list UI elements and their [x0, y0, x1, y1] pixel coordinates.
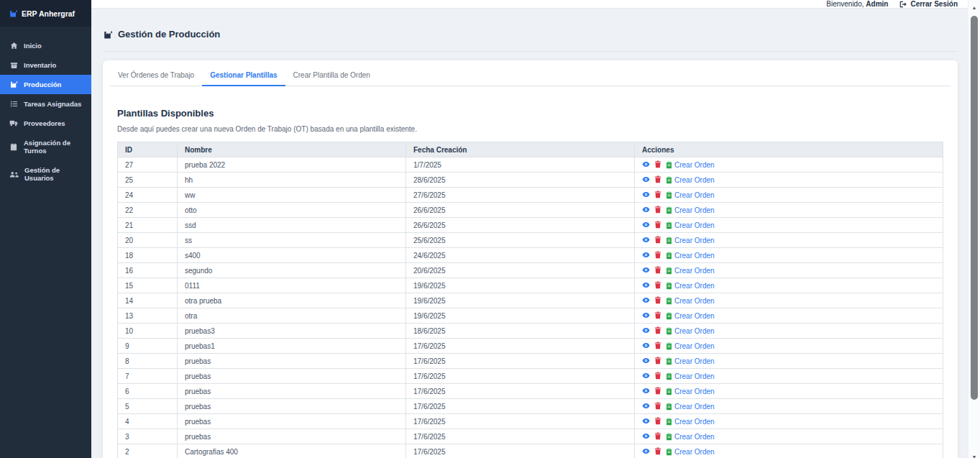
delete-button[interactable]	[654, 371, 661, 382]
sidebar-item-proveedores[interactable]: Proveedores	[0, 114, 91, 133]
view-button[interactable]	[642, 356, 650, 367]
view-button[interactable]	[642, 190, 650, 201]
tab-crear-plantilla-de-orden[interactable]: Crear Plantilla de Orden	[285, 68, 378, 86]
view-button[interactable]	[642, 205, 650, 216]
delete-button[interactable]	[654, 160, 661, 170]
scrollbar[interactable]: ▲ ▼	[968, 0, 980, 458]
view-button[interactable]	[642, 386, 650, 397]
create-order-link[interactable]: Crear Orden	[666, 191, 715, 199]
create-order-link[interactable]: Crear Orden	[666, 252, 715, 260]
view-button[interactable]	[642, 250, 650, 261]
create-order-link[interactable]: Crear Orden	[666, 388, 715, 395]
clipboard-icon	[666, 267, 672, 275]
title-divider	[103, 51, 958, 52]
view-button[interactable]	[642, 235, 650, 246]
create-order-link[interactable]: Crear Orden	[666, 237, 715, 244]
view-button[interactable]	[642, 446, 650, 457]
delete-button[interactable]	[654, 250, 661, 261]
view-button[interactable]	[642, 280, 650, 291]
cell-nombre: pruebas	[178, 429, 406, 444]
logout-button[interactable]: Cerrar Sesión	[899, 0, 958, 8]
delete-button[interactable]	[654, 280, 661, 291]
create-order-label: Crear Orden	[674, 221, 715, 229]
cell-id: 9	[118, 339, 178, 354]
trash-icon	[654, 265, 661, 276]
trash-icon	[654, 250, 661, 261]
table-row: 22otto26/6/2025Crear Orden	[118, 203, 943, 218]
create-order-label: Crear Orden	[674, 433, 715, 441]
view-button[interactable]	[642, 401, 650, 412]
create-order-link[interactable]: Crear Orden	[666, 448, 715, 456]
cell-id: 6	[118, 384, 178, 399]
delete-button[interactable]	[654, 205, 661, 216]
trash-icon	[654, 446, 661, 457]
delete-button[interactable]	[654, 386, 661, 397]
create-order-link[interactable]: Crear Orden	[666, 161, 715, 169]
cell-nombre: Cartografias 400	[178, 444, 406, 458]
sidebar-item-inicio[interactable]: Inicio	[0, 36, 91, 55]
create-order-link[interactable]: Crear Orden	[666, 327, 715, 335]
production-card: Ver Órdenes de TrabajoGestionar Plantill…	[103, 60, 958, 458]
create-order-link[interactable]: Crear Orden	[666, 312, 715, 320]
delete-button[interactable]	[654, 190, 661, 201]
create-order-link[interactable]: Crear Orden	[666, 403, 715, 411]
sidebar-item-gestion-de-usuarios[interactable]: Gestión de Usuarios	[0, 160, 91, 188]
view-button[interactable]	[642, 311, 650, 321]
delete-button[interactable]	[654, 416, 661, 427]
delete-button[interactable]	[654, 311, 661, 321]
view-button[interactable]	[642, 326, 650, 336]
create-order-link[interactable]: Crear Orden	[666, 267, 715, 275]
sidebar-item-produccion[interactable]: Producción	[0, 75, 91, 94]
delete-button[interactable]	[654, 296, 661, 306]
create-order-link[interactable]: Crear Orden	[666, 342, 715, 350]
tab-ver-ordenes-de-trabajo[interactable]: Ver Órdenes de Trabajo	[110, 68, 202, 86]
scrollbar-thumb[interactable]	[971, 16, 978, 400]
view-button[interactable]	[642, 371, 650, 382]
sidebar-item-tareas-asignadas[interactable]: Tareas Asignadas	[0, 94, 91, 114]
view-button[interactable]	[642, 341, 650, 352]
delete-button[interactable]	[654, 326, 661, 336]
view-button[interactable]	[642, 265, 650, 276]
sidebar-item-asignacion-de-turnos[interactable]: Asignación de Turnos	[0, 133, 91, 160]
scroll-up-arrow[interactable]: ▲	[968, 2, 980, 12]
cell-nombre: pruebas	[178, 354, 406, 369]
view-button[interactable]	[642, 431, 650, 442]
delete-button[interactable]	[654, 356, 661, 367]
create-order-link[interactable]: Crear Orden	[666, 206, 715, 214]
view-button[interactable]	[642, 175, 650, 186]
delete-button[interactable]	[654, 431, 661, 442]
tab-gestionar-plantillas[interactable]: Gestionar Plantillas	[202, 68, 285, 86]
cell-nombre: pruebas	[178, 369, 406, 384]
create-order-link[interactable]: Crear Orden	[666, 433, 715, 441]
create-order-link[interactable]: Crear Orden	[666, 418, 715, 426]
create-order-link[interactable]: Crear Orden	[666, 282, 715, 290]
view-button[interactable]	[642, 416, 650, 427]
create-order-link[interactable]: Crear Orden	[666, 297, 715, 305]
delete-button[interactable]	[654, 265, 661, 276]
table-row: 21ssd26/6/2025Crear Orden	[118, 218, 943, 233]
delete-button[interactable]	[654, 401, 661, 412]
create-order-link[interactable]: Crear Orden	[666, 221, 715, 229]
sidebar-item-inventario[interactable]: Inventario	[0, 55, 91, 75]
brand[interactable]: ERP Anhergraf	[0, 0, 91, 27]
create-order-link[interactable]: Crear Orden	[666, 372, 715, 380]
delete-button[interactable]	[654, 235, 661, 246]
trash-icon	[654, 205, 661, 216]
sidebar-nav: InicioInventarioProducciónTareas Asignad…	[0, 27, 91, 188]
clipboard-icon	[666, 161, 672, 169]
clipboard-icon	[666, 357, 672, 365]
view-button[interactable]	[642, 160, 650, 170]
delete-button[interactable]	[654, 446, 661, 457]
scroll-down-arrow[interactable]: ▼	[968, 452, 980, 458]
delete-button[interactable]	[654, 220, 661, 231]
cell-acciones: Crear Orden	[635, 278, 943, 293]
create-order-label: Crear Orden	[674, 327, 715, 335]
view-button[interactable]	[642, 296, 650, 306]
delete-button[interactable]	[654, 341, 661, 352]
create-order-link[interactable]: Crear Orden	[666, 357, 715, 365]
delete-button[interactable]	[654, 175, 661, 186]
cell-nombre: hh	[178, 173, 406, 188]
create-order-link[interactable]: Crear Orden	[666, 176, 715, 184]
view-button[interactable]	[642, 220, 650, 231]
cell-fecha: 26/6/2025	[406, 218, 635, 233]
